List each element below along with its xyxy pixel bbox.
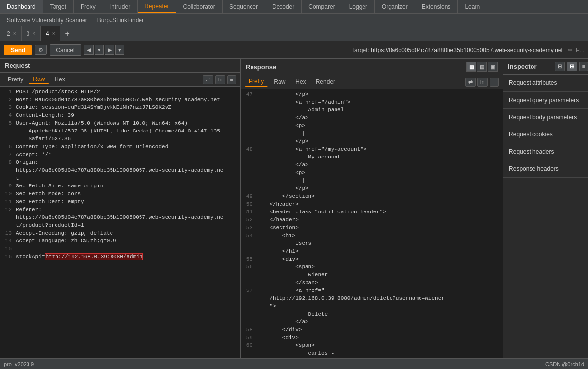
tab-bar: 2 × 3 × 4 × + bbox=[0, 26, 588, 41]
response-tab-pretty[interactable]: Pretty bbox=[245, 77, 268, 87]
nav-repeater[interactable]: Repeater bbox=[138, 0, 176, 13]
code-line: carlos - bbox=[241, 350, 503, 358]
inspector-icon-2[interactable]: ⊞ bbox=[567, 62, 577, 71]
status-bar: pro_v2023.9 CSDN @0rch1d bbox=[0, 358, 588, 369]
response-tab-hex[interactable]: Hex bbox=[291, 78, 309, 86]
second-nav-jslinkfinder[interactable]: BurpJSLinkFinder bbox=[93, 16, 148, 25]
inspector-section-label: Request headers bbox=[509, 148, 554, 155]
status-right-label: CSDN @0rch1d bbox=[545, 361, 584, 367]
response-code-area[interactable]: 47 </p> <a href="/admin"> Admin panel </… bbox=[241, 89, 503, 358]
inspector-section-request-attributes[interactable]: Request attributes › bbox=[503, 75, 588, 92]
nav-logger[interactable]: Logger bbox=[342, 0, 375, 13]
tab-4[interactable]: 4 × bbox=[41, 26, 60, 41]
code-line: 2Host: 0a6c005d04c787a880be35b100050057.… bbox=[0, 97, 240, 105]
response-wrap-icon[interactable]: ⇌ bbox=[465, 78, 476, 87]
inspector-section-label: Request body parameters bbox=[509, 114, 577, 121]
target-url: https://0a6c005d04c787a880be35b100050057… bbox=[371, 47, 563, 53]
version-label: pro_v2023.9 bbox=[4, 361, 34, 367]
inspector-icon-1[interactable]: ⊟ bbox=[555, 62, 565, 71]
code-line: t bbox=[0, 175, 240, 183]
resp-mode-2[interactable]: ▤ bbox=[477, 62, 487, 72]
code-line: 3Cookie: session=cuPd314SYmDjvkkElNh7nzz… bbox=[0, 105, 240, 112]
code-line: </a> bbox=[241, 115, 503, 123]
request-code-area[interactable]: 1POST /product/stock HTTP/2 2Host: 0a6c0… bbox=[0, 87, 240, 358]
inspector-section-body-params[interactable]: Request body parameters › bbox=[503, 109, 588, 126]
code-line: </a> bbox=[241, 162, 503, 170]
send-button[interactable]: Send bbox=[4, 45, 32, 55]
code-line: 15 bbox=[0, 246, 240, 254]
response-more-icon[interactable]: ≡ bbox=[490, 78, 499, 87]
code-line: </span> bbox=[241, 280, 503, 288]
tab-2-close[interactable]: × bbox=[13, 31, 16, 36]
next-down-arrow[interactable]: ▾ bbox=[115, 45, 124, 55]
response-tab-raw[interactable]: Raw bbox=[270, 78, 289, 86]
code-line: 13Accept-Encoding: gzip, deflate bbox=[0, 230, 240, 238]
tab-4-label: 4 bbox=[46, 30, 49, 37]
code-line: 6Content-Type: application/x-www-form-ur… bbox=[0, 144, 240, 152]
inspector-section-response-headers[interactable]: Response headers › bbox=[503, 160, 588, 178]
code-line: 51 <header class="notification-header"> bbox=[241, 209, 503, 217]
inspector-section-query-params[interactable]: Request query parameters › bbox=[503, 92, 588, 109]
tab-3-close[interactable]: × bbox=[32, 31, 35, 36]
code-line: <a href="/admin"> bbox=[241, 99, 503, 107]
inspector-icon-3[interactable]: ≡ bbox=[579, 62, 588, 71]
code-line: 5User-Agent: Mozilla/5.0 (Windows NT 10.… bbox=[0, 120, 240, 128]
nav-proxy[interactable]: Proxy bbox=[74, 0, 103, 13]
request-ln-icon[interactable]: ln bbox=[215, 75, 225, 84]
code-line: 12Referer: bbox=[0, 207, 240, 214]
nav-learn[interactable]: Learn bbox=[458, 0, 487, 13]
resp-mode-3[interactable]: ▣ bbox=[488, 62, 498, 72]
tab-4-close[interactable]: × bbox=[52, 31, 55, 36]
tab-2-label: 2 bbox=[7, 30, 10, 37]
cancel-button[interactable]: Cancel bbox=[50, 44, 81, 56]
code-line: 55 <div> bbox=[241, 256, 503, 264]
code-line: wiener - bbox=[241, 272, 503, 280]
response-tab-render[interactable]: Render bbox=[312, 78, 339, 86]
code-line: Admin panel bbox=[241, 107, 503, 115]
code-line: Safari/537.36 bbox=[0, 136, 240, 144]
tab-3[interactable]: 3 × bbox=[22, 26, 41, 41]
request-wrap-icon[interactable]: ⇌ bbox=[203, 75, 213, 84]
next-arrow[interactable]: ▶ bbox=[105, 45, 114, 55]
prev-arrow[interactable]: ◀ bbox=[84, 45, 94, 55]
nav-comparer[interactable]: Comparer bbox=[302, 0, 342, 13]
request-tab-pretty[interactable]: Pretty bbox=[4, 75, 27, 84]
second-nav-scanner[interactable]: Software Vulnerability Scanner bbox=[3, 16, 91, 25]
nav-dashboard[interactable]: Dashboard bbox=[0, 0, 43, 13]
code-line: 8Origin: bbox=[0, 159, 240, 167]
settings-button[interactable]: ⚙ bbox=[35, 45, 47, 55]
tab-2[interactable]: 2 × bbox=[2, 26, 22, 41]
request-view-icons: ⇌ ln ≡ bbox=[203, 75, 236, 84]
nav-decoder[interactable]: Decoder bbox=[265, 0, 302, 13]
nav-target[interactable]: Target bbox=[43, 0, 74, 13]
nav-extensions[interactable]: Extensions bbox=[415, 0, 458, 13]
edit-target-icon[interactable]: ✏ bbox=[568, 47, 573, 53]
nav-collaborator[interactable]: Collaborator bbox=[176, 0, 223, 13]
inspector-section-cookies[interactable]: Request cookies › bbox=[503, 126, 588, 143]
inspector-section-label: Request query parameters bbox=[509, 97, 579, 104]
response-panel: Response ▦ ▤ ▣ Pretty Raw Hex Render ⇌ l… bbox=[241, 59, 503, 358]
response-view-mode-icons: ▦ ▤ ▣ bbox=[466, 62, 498, 72]
code-line: 59 <div> bbox=[241, 335, 503, 343]
request-more-icon[interactable]: ≡ bbox=[227, 75, 236, 84]
code-line: <p> bbox=[241, 170, 503, 178]
nav-organizer[interactable]: Organizer bbox=[375, 0, 415, 13]
second-nav: Software Vulnerability Scanner BurpJSLin… bbox=[0, 14, 588, 26]
tab-add-button[interactable]: + bbox=[60, 26, 75, 41]
request-tab-hex[interactable]: Hex bbox=[51, 75, 69, 84]
inspector-section-request-headers[interactable]: Request headers › bbox=[503, 143, 588, 160]
resp-mode-1[interactable]: ▦ bbox=[466, 62, 476, 72]
code-line: 10Sec-Fetch-Mode: cors bbox=[0, 191, 240, 199]
nav-intruder[interactable]: Intruder bbox=[103, 0, 138, 13]
prev-down-arrow[interactable]: ▾ bbox=[95, 45, 104, 55]
nav-sequencer[interactable]: Sequencer bbox=[223, 0, 265, 13]
request-tab-raw[interactable]: Raw bbox=[29, 75, 49, 84]
code-line: t/product?productId=1 bbox=[0, 222, 240, 230]
code-line: </a> bbox=[241, 319, 503, 327]
highlighted-payload: http://192.168.0.39:8080/admin bbox=[45, 253, 143, 260]
code-line: https://0a6c005d04c787a880be35b100050057… bbox=[0, 167, 240, 175]
code-line: 57 <a href=" bbox=[241, 288, 503, 295]
response-ln-icon[interactable]: ln bbox=[477, 78, 488, 87]
code-line: 7Accept: */* bbox=[0, 152, 240, 159]
code-line: Users| bbox=[241, 240, 503, 248]
